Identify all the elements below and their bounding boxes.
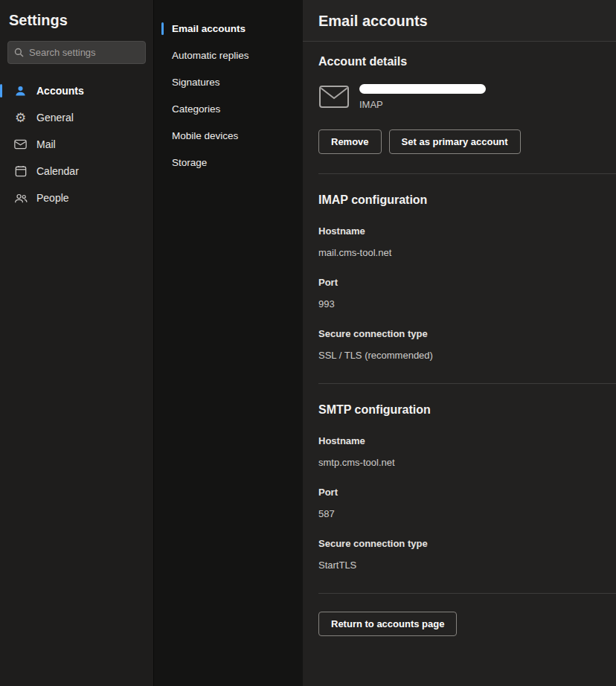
selected-indicator <box>161 156 164 169</box>
imap-configuration-section: IMAP configuration Hostname mail.cms-too… <box>318 174 616 384</box>
return-section: Return to accounts page <box>318 594 616 636</box>
subnav-item-label: Signatures <box>172 77 220 88</box>
sidebar-item-general[interactable]: ⚙ General <box>6 104 147 131</box>
smtp-port-label: Port <box>318 487 616 498</box>
search-icon <box>14 48 24 57</box>
smtp-configuration-heading: SMTP configuration <box>318 403 616 417</box>
subnav-item-mobile-devices[interactable]: Mobile devices <box>154 122 303 149</box>
sidebar-item-accounts[interactable]: Accounts <box>6 77 147 104</box>
account-buttons: Remove Set as primary account <box>318 129 616 154</box>
sidebar-item-mail[interactable]: Mail <box>6 131 147 158</box>
sidebar-item-label: Mail <box>36 138 56 150</box>
selected-indicator <box>0 164 2 178</box>
email-accounts-body: Account details IMAP Remove <box>303 42 616 686</box>
smtp-port-value: 587 <box>318 508 616 519</box>
return-to-accounts-button[interactable]: Return to accounts page <box>318 612 457 636</box>
smtp-hostname-label: Hostname <box>318 435 616 446</box>
settings-search[interactable] <box>7 41 146 64</box>
imap-port-value: 993 <box>318 298 616 310</box>
sidebar-item-calendar[interactable]: Calendar <box>6 158 147 185</box>
subnav-item-label: Categories <box>172 103 220 115</box>
selected-indicator <box>161 129 164 142</box>
subnav-item-storage[interactable]: Storage <box>154 149 303 176</box>
subnav-item-label: Email accounts <box>172 23 246 34</box>
account-meta: IMAP <box>359 83 486 110</box>
subnav-item-label: Mobile devices <box>172 130 238 141</box>
imap-hostname-value: mail.cms-tool.net <box>318 247 616 258</box>
selected-indicator <box>161 22 164 35</box>
selected-indicator <box>161 49 164 62</box>
set-primary-account-button[interactable]: Set as primary account <box>389 129 521 154</box>
account-type-label: IMAP <box>359 99 486 110</box>
accounts-subnav: Email accounts Automatic replies Signatu… <box>154 0 303 686</box>
sidebar-item-label: Calendar <box>36 165 79 177</box>
subnav-item-categories[interactable]: Categories <box>154 95 303 122</box>
smtp-configuration-section: SMTP configuration Hostname smtp.cms-too… <box>318 384 616 594</box>
settings-window: Settings Accounts ⚙ General <box>0 0 616 686</box>
selected-indicator <box>0 111 2 124</box>
imap-configuration-heading: IMAP configuration <box>318 193 616 207</box>
selected-indicator <box>0 84 2 97</box>
envelope-icon <box>318 85 350 112</box>
subnav-item-label: Automatic replies <box>172 50 249 61</box>
subnav-item-label: Storage <box>172 157 207 168</box>
sidebar-item-people[interactable]: People <box>6 185 147 211</box>
smtp-hostname-value: smtp.cms-tool.net <box>318 457 616 468</box>
email-address-redacted <box>359 84 486 94</box>
subnav-item-email-accounts[interactable]: Email accounts <box>154 15 303 42</box>
account-details-section: Account details IMAP Remove <box>318 42 616 174</box>
imap-port-label: Port <box>318 277 616 288</box>
email-accounts-panel: Email accounts Account details IMAP <box>303 0 616 686</box>
subnav-item-signatures[interactable]: Signatures <box>154 68 303 95</box>
imap-hostname-label: Hostname <box>318 225 616 237</box>
settings-title: Settings <box>6 7 147 41</box>
account-row: IMAP <box>318 83 616 112</box>
people-icon <box>13 191 28 205</box>
page-title: Email accounts <box>303 0 616 42</box>
account-details-heading: Account details <box>318 55 616 68</box>
remove-account-button[interactable]: Remove <box>318 129 382 154</box>
selected-indicator <box>0 138 2 151</box>
search-input[interactable] <box>29 47 139 58</box>
mail-icon <box>13 138 28 152</box>
person-icon <box>13 84 28 98</box>
settings-sidebar: Settings Accounts ⚙ General <box>0 0 154 686</box>
sidebar-item-label: General <box>36 112 74 124</box>
selected-indicator <box>161 103 164 115</box>
calendar-icon <box>13 164 28 179</box>
selected-indicator <box>0 191 2 205</box>
smtp-secure-connection-value: StartTLS <box>318 560 616 571</box>
imap-secure-connection-label: Secure connection type <box>318 328 616 339</box>
smtp-secure-connection-label: Secure connection type <box>318 538 616 549</box>
sidebar-item-label: People <box>36 192 69 204</box>
subnav-item-automatic-replies[interactable]: Automatic replies <box>154 42 303 68</box>
selected-indicator <box>161 76 164 89</box>
imap-secure-connection-value: SSL / TLS (recommended) <box>318 350 616 361</box>
gear-icon: ⚙ <box>13 111 28 125</box>
sidebar-item-label: Accounts <box>36 85 84 97</box>
